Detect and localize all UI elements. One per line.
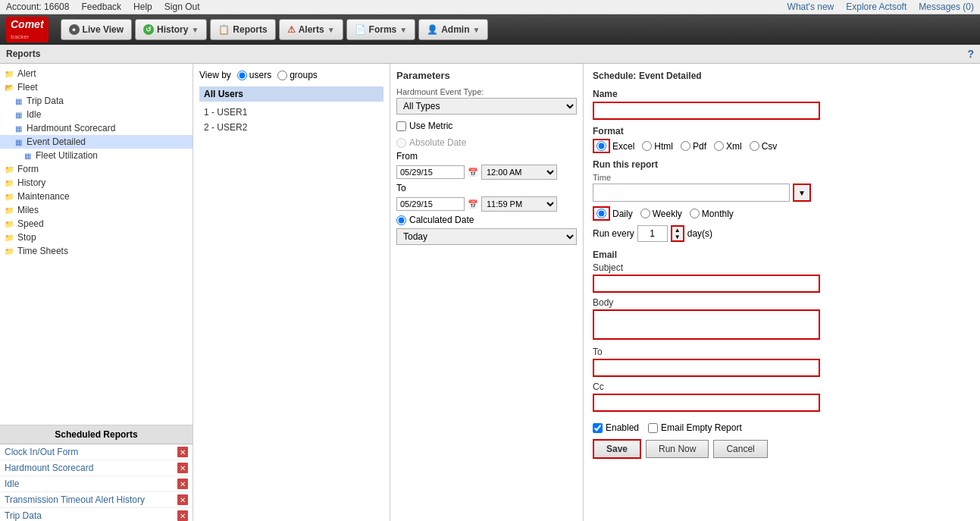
sidebar-item-maintenance[interactable]: 📁 Maintenance: [0, 190, 193, 203]
sidebar-item-timesheets[interactable]: 📁 Time Sheets: [0, 244, 193, 258]
viewby-groups-label[interactable]: groups: [277, 70, 318, 80]
sidebar-item-form[interactable]: 📁 Form: [0, 162, 193, 176]
scheduled-item-transmission[interactable]: Transmission Timeout Alert History ✕: [0, 492, 193, 508]
scheduled-remove-tripdata[interactable]: ✕: [177, 510, 188, 521]
enabled-label[interactable]: Enabled: [593, 422, 639, 433]
scheduled-item-hardmount[interactable]: Hardmount Scorecard ✕: [0, 460, 193, 476]
scheduled-remove-hardmount[interactable]: ✕: [177, 463, 188, 473]
viewby-groups-radio[interactable]: [277, 71, 287, 80]
sidebar-item-idle[interactable]: ▦ Idle: [0, 108, 193, 121]
name-input[interactable]: [593, 102, 820, 120]
scheduled-label-clockin: Clock In/Out Form: [5, 447, 78, 457]
alerts-button[interactable]: ⚠ Alerts ▼: [279, 19, 343, 40]
reports-button[interactable]: 📋 Reports: [210, 19, 275, 40]
sidebar-label-form: Form: [17, 164, 39, 174]
scheduled-label-idle: Idle: [5, 479, 19, 489]
from-time-select[interactable]: 12:00 AM: [481, 165, 557, 180]
format-html-label[interactable]: Html: [642, 141, 673, 152]
user-item-2[interactable]: 2 - USER2: [199, 120, 384, 135]
folder-closed-icon-history: 📁: [3, 177, 15, 188]
run-every-input[interactable]: [637, 225, 668, 242]
sidebar-item-fleet[interactable]: 📂 Fleet: [0, 80, 193, 94]
sidebar-tree: 📁 Alert 📂 Fleet ▦ Trip Data ▦ Idle ▦ Har…: [0, 64, 193, 425]
sidebar-item-tripdata[interactable]: ▦ Trip Data: [0, 94, 193, 108]
feedback-link[interactable]: Feedback: [81, 2, 121, 12]
email-empty-checkbox[interactable]: [648, 423, 658, 433]
freq-monthly-text: Monthly: [702, 209, 734, 219]
alerts-icon: ⚠: [287, 24, 296, 35]
scheduled-label-transmission: Transmission Timeout Alert History: [5, 494, 145, 505]
scheduled-item-tripdata[interactable]: Trip Data ✕: [0, 508, 193, 521]
main-layout: 📁 Alert 📂 Fleet ▦ Trip Data ▦ Idle ▦ Har…: [0, 64, 980, 521]
freq-monthly-label[interactable]: Monthly: [690, 209, 734, 219]
spin-button[interactable]: ▲ ▼: [671, 225, 684, 242]
format-pdf-label[interactable]: Pdf: [681, 141, 706, 152]
sidebar-item-miles[interactable]: 📁 Miles: [0, 203, 193, 217]
sidebar-item-eventdetailed[interactable]: ▦ Event Detailed: [0, 135, 193, 149]
grid-icon-fleetutil: ▦: [21, 150, 33, 161]
sidebar-item-alert[interactable]: 📁 Alert: [0, 67, 193, 80]
calc-date-radio[interactable]: [396, 215, 406, 225]
from-input-row: 📅 12:00 AM: [396, 165, 577, 180]
sidebar-item-stop[interactable]: 📁 Stop: [0, 231, 193, 244]
from-date-input[interactable]: [396, 165, 465, 179]
sidebar-item-speed[interactable]: 📁 Speed: [0, 217, 193, 231]
sidebar-item-hardmount[interactable]: ▦ Hardmount Scorecard: [0, 121, 193, 135]
scheduled-item-clockin[interactable]: Clock In/Out Form ✕: [0, 444, 193, 460]
body-textarea[interactable]: [593, 309, 820, 340]
format-html-radio[interactable]: [642, 141, 652, 151]
scheduled-remove-transmission[interactable]: ✕: [177, 494, 188, 505]
viewby-users-radio[interactable]: [237, 71, 247, 80]
cancel-button[interactable]: Cancel: [713, 440, 767, 458]
viewby-users-label[interactable]: users: [237, 70, 271, 80]
format-xml-radio[interactable]: [714, 141, 724, 151]
format-pdf-radio[interactable]: [681, 141, 690, 151]
format-excel-radio[interactable]: [596, 141, 606, 151]
runnow-button[interactable]: Run Now: [646, 440, 709, 458]
freq-weekly-radio[interactable]: [640, 209, 650, 218]
enabled-checkbox[interactable]: [593, 423, 603, 433]
explore-link[interactable]: Explore Actsoft: [846, 2, 906, 12]
forms-button[interactable]: 📄 Forms ▼: [346, 19, 416, 40]
freq-daily-radio[interactable]: [596, 209, 606, 218]
user-item-1[interactable]: 1 - USER1: [199, 105, 384, 120]
viewby-users-text: users: [249, 70, 271, 80]
freq-weekly-text: Weekly: [653, 209, 682, 219]
cc-input[interactable]: [593, 394, 820, 412]
scheduled-remove-clockin[interactable]: ✕: [177, 447, 188, 457]
admin-button[interactable]: 👤 Admin ▼: [418, 19, 488, 40]
sidebar-item-fleetutil[interactable]: ▦ Fleet Utilization: [0, 149, 193, 162]
calc-date-select[interactable]: Today Yesterday This Week Last Week This…: [396, 228, 577, 245]
format-xml-label[interactable]: Xml: [714, 141, 742, 152]
to-time-select[interactable]: 11:59 PM: [481, 196, 557, 212]
freq-monthly-radio[interactable]: [690, 209, 700, 218]
folder-closed-icon-form: 📁: [3, 164, 15, 174]
history-button[interactable]: ↺ History ▼: [135, 19, 207, 40]
viewby-groups-text: groups: [290, 70, 318, 80]
signout-link[interactable]: Sign Out: [164, 2, 200, 12]
scheduled-remove-idle[interactable]: ✕: [177, 479, 188, 489]
time-dropdown-button[interactable]: ▼: [793, 184, 811, 202]
whatsnew-link[interactable]: What's new: [787, 2, 834, 12]
freq-daily-label[interactable]: Daily: [593, 206, 633, 221]
to-date-input[interactable]: [396, 197, 465, 211]
format-csv-label[interactable]: Csv: [750, 141, 778, 152]
subject-field-label: Subject: [593, 262, 971, 273]
sidebar-item-history[interactable]: 📁 History: [0, 176, 193, 190]
format-csv-radio[interactable]: [750, 141, 759, 151]
help-icon[interactable]: ?: [967, 48, 974, 60]
scheduled-item-idle[interactable]: Idle ✕: [0, 476, 193, 492]
subject-input[interactable]: [593, 275, 820, 293]
freq-weekly-label[interactable]: Weekly: [640, 209, 682, 219]
liveview-button[interactable]: ● Live View: [61, 19, 132, 40]
folder-closed-icon-stop: 📁: [3, 232, 15, 243]
to-input[interactable]: [593, 359, 820, 377]
help-link[interactable]: Help: [133, 2, 152, 12]
event-type-select[interactable]: All Types: [396, 98, 577, 115]
format-excel-label[interactable]: Excel: [593, 139, 634, 153]
time-input[interactable]: [593, 184, 790, 202]
email-empty-label[interactable]: Email Empty Report: [648, 422, 742, 433]
save-button[interactable]: Save: [593, 439, 641, 459]
use-metric-checkbox[interactable]: [396, 121, 406, 131]
messages-link[interactable]: Messages (0): [919, 2, 974, 12]
